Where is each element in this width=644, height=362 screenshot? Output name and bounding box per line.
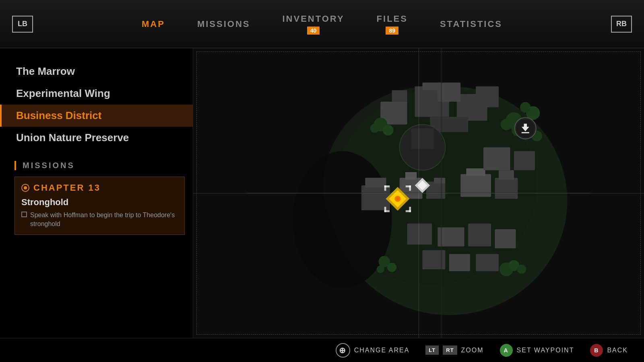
svg-rect-32 <box>476 254 499 272</box>
area-item-business-district[interactable]: Business District <box>0 105 193 127</box>
svg-rect-59 <box>409 185 411 191</box>
svg-point-37 <box>370 124 380 133</box>
svg-rect-17 <box>405 172 417 180</box>
svg-rect-69 <box>522 132 529 133</box>
nav-tab-statistics[interactable]: STATISTICS <box>440 19 502 29</box>
svg-rect-61 <box>384 207 386 212</box>
area-list: The MarrowExperimental WingBusiness Dist… <box>0 60 193 149</box>
svg-rect-12 <box>411 128 434 149</box>
objective-checkbox <box>21 212 27 217</box>
change-area-action[interactable]: ⊕ CHANGE AREA <box>336 343 410 358</box>
svg-point-50 <box>387 263 396 272</box>
main-content: The MarrowExperimental WingBusiness Dist… <box>0 48 644 338</box>
svg-rect-26 <box>407 224 432 245</box>
a-button[interactable]: A <box>500 344 513 357</box>
bottom-bar: ⊕ CHANGE AREA LT RT ZOOM A SET WAYPOINT … <box>0 338 644 362</box>
set-waypoint-action[interactable]: A SET WAYPOINT <box>500 344 574 357</box>
nav-tabs: MAP MISSIONS INVENTORY 40 FILES 89 STATI… <box>33 14 611 35</box>
svg-rect-24 <box>483 147 510 170</box>
svg-point-48 <box>517 265 526 274</box>
svg-point-42 <box>501 119 512 130</box>
svg-rect-28 <box>468 224 491 247</box>
chapter-title: CHAPTER 13 <box>21 183 178 193</box>
crosshair-vertical <box>419 48 419 338</box>
svg-rect-21 <box>466 168 485 176</box>
nav-badge-inventory: 40 <box>307 27 320 35</box>
svg-rect-6 <box>392 90 407 101</box>
missions-header: MISSIONS <box>14 161 185 170</box>
chapter-label: CHAPTER 13 <box>33 183 101 193</box>
nav-tab-label-map: MAP <box>142 19 165 29</box>
nav-tab-missions[interactable]: MISSIONS <box>197 19 250 29</box>
area-item-experimental-wing[interactable]: Experimental Wing <box>0 82 193 105</box>
top-nav: LB MAP MISSIONS INVENTORY 40 FILES 89 ST… <box>0 0 644 48</box>
rb-button[interactable]: RB <box>611 16 632 33</box>
svg-point-55 <box>396 197 399 200</box>
change-area-button[interactable]: ⊕ <box>336 343 350 358</box>
missions-section: MISSIONS CHAPTER 13 Stronghold Speak wit… <box>0 161 193 240</box>
svg-rect-18 <box>426 182 445 199</box>
svg-rect-31 <box>449 254 470 272</box>
mission-objective: Speak with Hoffman to begin the trip to … <box>21 211 178 229</box>
svg-rect-22 <box>495 178 518 199</box>
nav-tab-label-inventory: INVENTORY <box>282 14 344 24</box>
svg-point-36 <box>383 125 394 136</box>
svg-rect-19 <box>434 178 445 183</box>
nav-tab-map[interactable]: MAP <box>142 19 165 29</box>
area-item-union-nature-preserve[interactable]: Union Nature Preserve <box>0 127 193 149</box>
map-area[interactable] <box>193 48 644 338</box>
nav-tab-label-missions: MISSIONS <box>197 19 250 29</box>
svg-rect-23 <box>499 170 514 180</box>
change-area-label: CHANGE AREA <box>354 347 410 354</box>
left-panel: The MarrowExperimental WingBusiness Dist… <box>0 48 193 338</box>
b-button[interactable]: B <box>590 344 603 357</box>
svg-rect-15 <box>365 178 386 187</box>
nav-badge-files: 89 <box>386 27 398 35</box>
svg-point-51 <box>377 265 384 273</box>
mission-name: Stronghold <box>21 197 178 208</box>
svg-rect-57 <box>384 185 386 191</box>
lb-button[interactable]: LB <box>12 16 33 33</box>
svg-rect-63 <box>409 207 411 212</box>
nav-tab-label-statistics: STATISTICS <box>440 19 502 29</box>
back-label: BACK <box>607 347 628 354</box>
svg-point-45 <box>520 102 531 113</box>
nav-tab-inventory[interactable]: INVENTORY 40 <box>282 14 344 35</box>
area-item-the-marrow[interactable]: The Marrow <box>0 60 193 82</box>
nav-tab-label-files: FILES <box>377 14 408 24</box>
set-waypoint-label: SET WAYPOINT <box>517 347 574 354</box>
zoom-action[interactable]: LT RT ZOOM <box>425 346 483 355</box>
mission-chapter-box: CHAPTER 13 Stronghold Speak with Hoffman… <box>14 177 185 235</box>
svg-rect-29 <box>495 229 516 248</box>
svg-rect-9 <box>476 86 499 107</box>
svg-rect-25 <box>514 151 535 170</box>
objective-text: Speak with Hoffman to begin the trip to … <box>30 211 178 229</box>
back-action[interactable]: B BACK <box>590 344 628 357</box>
nav-tab-files[interactable]: FILES 89 <box>377 14 408 35</box>
zoom-label: ZOOM <box>461 347 484 354</box>
chapter-icon <box>21 184 29 192</box>
lt-button[interactable]: LT <box>425 346 439 355</box>
rt-button[interactable]: RT <box>443 346 457 355</box>
